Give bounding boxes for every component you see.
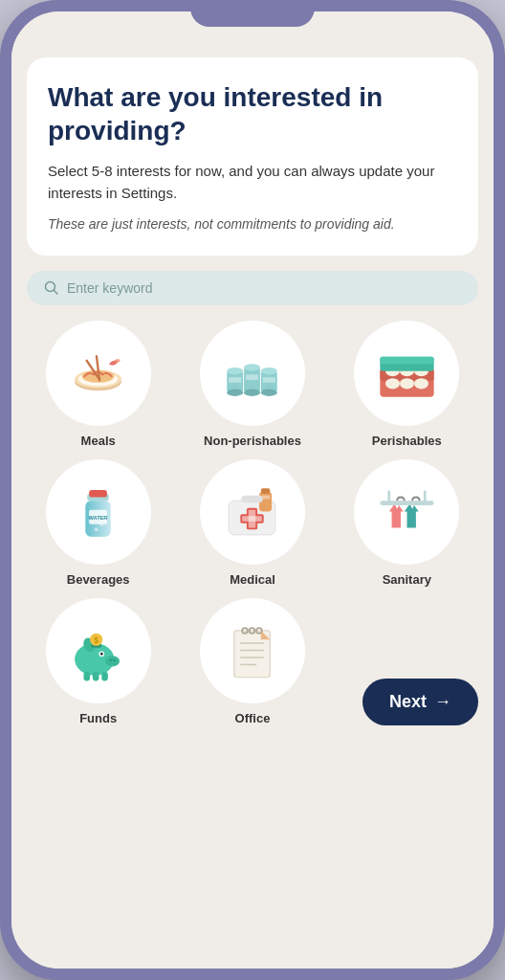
category-office[interactable]: Office <box>181 598 323 725</box>
screen-content: What are you interested in providing? Se… <box>11 11 494 969</box>
medical-icon-circle <box>200 459 305 565</box>
search-placeholder: Enter keyword <box>67 280 152 296</box>
beverages-label: Beverages <box>67 572 130 587</box>
svg-rect-62 <box>93 672 99 680</box>
meals-label: Meals <box>81 434 116 448</box>
header-card: What are you interested in providing? Se… <box>27 57 478 256</box>
next-button[interactable]: Next → <box>362 679 478 725</box>
svg-point-54 <box>113 659 116 662</box>
next-button-arrow: → <box>434 692 451 712</box>
meals-icon-circle <box>46 321 151 426</box>
svg-rect-47 <box>242 496 264 503</box>
svg-point-36 <box>95 527 99 531</box>
svg-rect-61 <box>84 672 91 680</box>
subtitle-text: Select 5-8 interests for now, and you ca… <box>48 161 457 204</box>
svg-point-53 <box>109 659 112 662</box>
svg-rect-35 <box>89 490 107 498</box>
next-cell: Next → <box>336 598 478 725</box>
svg-point-37 <box>100 523 103 526</box>
meals-icon <box>62 337 134 409</box>
svg-rect-45 <box>261 488 270 494</box>
disclaimer-text: These are just interests, not commitment… <box>48 215 457 234</box>
category-medical[interactable]: Medical <box>181 459 323 587</box>
svg-point-9 <box>228 368 244 375</box>
category-beverages[interactable]: WATER <box>27 459 169 587</box>
svg-point-13 <box>245 364 261 371</box>
svg-point-18 <box>261 389 277 396</box>
svg-line-1 <box>55 290 58 294</box>
search-bar[interactable]: Enter keyword <box>27 271 478 305</box>
next-button-label: Next <box>389 692 427 712</box>
svg-point-14 <box>245 389 261 396</box>
svg-point-10 <box>228 389 244 396</box>
sanitary-icon <box>371 476 443 547</box>
svg-text:WATER: WATER <box>89 515 108 521</box>
category-perishables[interactable]: Perishables <box>336 321 478 448</box>
category-funds[interactable]: $ Funds <box>27 598 169 725</box>
funds-icon-circle: $ <box>46 598 151 703</box>
non-perishables-icon-circle <box>200 321 305 426</box>
notch <box>190 0 315 27</box>
svg-point-17 <box>261 368 277 375</box>
funds-label: Funds <box>79 711 117 725</box>
search-container: Enter keyword <box>27 271 478 305</box>
beverages-icon: WATER <box>62 476 134 547</box>
svg-rect-15 <box>246 374 258 380</box>
office-label: Office <box>235 711 271 725</box>
medical-label: Medical <box>230 572 275 587</box>
category-non-perishables[interactable]: Non-perishables <box>181 321 323 448</box>
svg-rect-29 <box>380 357 433 365</box>
phone-screen: What are you interested in providing? Se… <box>11 11 494 969</box>
svg-rect-43 <box>243 516 263 522</box>
svg-point-27 <box>414 378 428 389</box>
svg-rect-11 <box>230 377 242 383</box>
svg-text:$: $ <box>94 635 99 645</box>
office-icon-circle <box>200 598 305 703</box>
office-icon <box>216 614 288 686</box>
svg-rect-19 <box>263 377 275 383</box>
non-perishables-label: Non-perishables <box>204 434 301 448</box>
svg-point-57 <box>100 653 103 656</box>
medical-icon <box>216 476 288 547</box>
perishables-icon-circle <box>354 321 459 426</box>
svg-point-25 <box>385 378 400 389</box>
beverages-icon-circle: WATER <box>46 459 151 565</box>
sanitary-label: Sanitary <box>383 572 431 587</box>
sanitary-icon-circle <box>354 459 459 565</box>
funds-icon: $ <box>62 614 134 686</box>
perishables-icon <box>371 337 443 409</box>
non-perishables-icon <box>216 337 288 409</box>
category-sanitary[interactable]: Sanitary <box>336 459 478 587</box>
category-meals[interactable]: Meals <box>27 321 169 448</box>
svg-point-26 <box>400 378 414 389</box>
phone-frame: What are you interested in providing? Se… <box>0 0 505 980</box>
page-title: What are you interested in providing? <box>48 80 457 147</box>
svg-point-52 <box>105 656 120 666</box>
search-icon <box>44 280 59 296</box>
perishables-label: Perishables <box>372 434 442 448</box>
categories-grid: Meals <box>11 321 494 741</box>
svg-rect-63 <box>101 672 108 680</box>
